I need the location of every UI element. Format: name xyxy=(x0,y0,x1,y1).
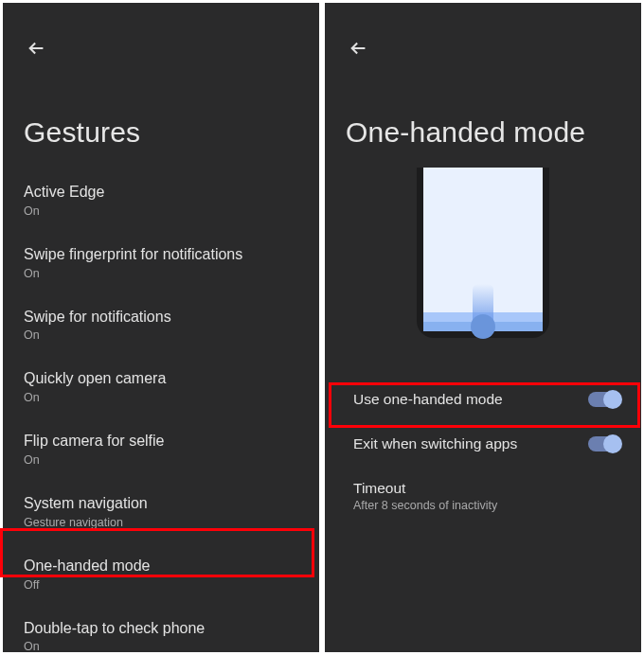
item-title: Swipe fingerprint for notifications xyxy=(24,245,298,265)
item-title: Quickly open camera xyxy=(24,369,298,389)
toggle-switch[interactable] xyxy=(588,392,620,407)
option-exit-when-switching-apps[interactable]: Exit when switching apps xyxy=(325,422,641,467)
list-item-system-navigation[interactable]: System navigation Gesture navigation xyxy=(3,481,319,543)
option-label: Use one-handed mode xyxy=(353,391,588,408)
one-handed-illustration xyxy=(398,168,568,345)
item-title: Swipe for notifications xyxy=(24,308,298,328)
settings-list: Active Edge On Swipe fingerprint for not… xyxy=(3,169,319,652)
back-button[interactable] xyxy=(26,37,48,60)
list-item-swipe-fingerprint[interactable]: Swipe fingerprint for notifications On xyxy=(3,232,319,294)
item-sub: On xyxy=(24,391,298,404)
option-label: Exit when switching apps xyxy=(353,435,588,452)
list-item-flip-camera[interactable]: Flip camera for selfie On xyxy=(3,418,319,481)
item-title: One-handed mode xyxy=(24,557,298,576)
options-list: Use one-handed mode Exit when switching … xyxy=(325,378,641,526)
list-item-active-edge[interactable]: Active Edge On xyxy=(3,169,319,232)
item-sub: On xyxy=(24,267,298,280)
list-item-quickly-open-camera[interactable]: Quickly open camera On xyxy=(3,356,319,418)
page-title: Gestures xyxy=(24,116,140,149)
gestures-pane: Gestures Active Edge On Swipe fingerprin… xyxy=(0,0,322,655)
option-label: Timeout xyxy=(353,480,620,497)
item-sub: On xyxy=(24,328,298,342)
one-handed-mode-pane: One-handed mode Use one-handed mode Exit… xyxy=(322,0,644,655)
toggle-switch[interactable] xyxy=(588,436,620,451)
item-sub: On xyxy=(24,640,298,653)
back-button[interactable] xyxy=(348,37,370,60)
item-title: Flip camera for selfie xyxy=(24,432,298,451)
item-sub: Gesture navigation xyxy=(24,516,298,529)
arrow-left-icon xyxy=(349,38,369,59)
item-sub: Off xyxy=(24,578,298,592)
list-item-double-tap-check-phone[interactable]: Double-tap to check phone On xyxy=(3,606,319,655)
option-sub: After 8 seconds of inactivity xyxy=(353,499,620,512)
item-title: Active Edge xyxy=(24,183,298,203)
item-title: System navigation xyxy=(24,494,298,514)
arrow-left-icon xyxy=(27,38,47,59)
illustration-container xyxy=(325,168,641,345)
list-item-swipe-notifications[interactable]: Swipe for notifications On xyxy=(3,294,319,357)
page-title: One-handed mode xyxy=(346,116,585,149)
option-timeout[interactable]: Timeout After 8 seconds of inactivity xyxy=(325,467,641,526)
phone-outline-icon xyxy=(417,168,549,338)
item-title: Double-tap to check phone xyxy=(24,619,298,639)
item-sub: On xyxy=(24,453,298,467)
list-item-one-handed-mode[interactable]: One-handed mode Off xyxy=(3,543,319,606)
item-sub: On xyxy=(24,204,298,218)
option-use-one-handed-mode[interactable]: Use one-handed mode xyxy=(325,378,641,422)
drag-dot-icon xyxy=(471,314,495,339)
